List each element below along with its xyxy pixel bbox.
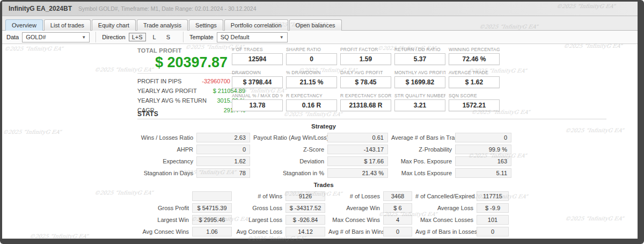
stat-label: Largest Win — [137, 217, 189, 223]
stat-label: Avg # of Bars in Wins — [328, 228, 380, 235]
stat-value: 14.12 — [286, 227, 325, 236]
chevron-down-icon: ▼ — [82, 35, 86, 40]
template-select-value: SQ Default — [221, 34, 250, 40]
stat-label: # of Losses — [328, 193, 380, 199]
stat-value: 4 — [383, 215, 412, 225]
stat-label: Average # of Bars in Trade — [391, 134, 452, 141]
stat-label: Max Lots Exposure — [391, 170, 452, 176]
stat-label: Gross Loss — [235, 205, 282, 211]
stat-label: # of Cancelled/Expired — [415, 193, 473, 199]
stat-label: Deviation — [253, 158, 324, 164]
stat-value — [192, 191, 232, 201]
stat-value: 0.61 — [327, 133, 388, 142]
kpi-str-quality-number: STR QUALITY NUMBER3.21 — [394, 93, 445, 111]
kpi-daily-avg-profit: DAILY AVG PROFIT$ 78.45 — [340, 70, 391, 88]
stat-label: Z-Probability — [391, 146, 452, 153]
tab-portfolio-correlation[interactable]: Portfolio correlation — [224, 19, 288, 31]
stat-value: 0 — [455, 133, 511, 142]
kpi-average-trade: AVERAGE TRADE$ 1.62 — [449, 70, 500, 88]
template-select[interactable]: SQ Default ▼ — [217, 32, 288, 42]
tab-settings[interactable]: Settings — [189, 19, 223, 31]
stat-label: Average Win — [328, 205, 380, 211]
data-label: Data — [6, 34, 19, 40]
stat-label: Average Loss — [415, 205, 473, 211]
stat-label: Max Consec Wins — [328, 217, 380, 223]
stat-value: 1.06 — [192, 227, 232, 236]
strategy-subtitle: Symbol GOLD#, Timeframe: M1, Date Range:… — [78, 5, 257, 12]
kpi-r-expectancy-score: R EXPECTANCY SCORE21318.68 R — [340, 93, 391, 111]
stat-label: # of Wins — [235, 193, 282, 199]
stat-value: $ 54715.39 — [192, 203, 232, 213]
toolbar-divider — [96, 32, 96, 42]
stat-label: Max Consec Losses — [415, 217, 473, 223]
stat-label: Avg Consec Wins — [137, 228, 189, 235]
stat-value: 78 — [196, 168, 250, 178]
stat-value: 163 — [455, 156, 511, 166]
summary-row-label: YEARLY AVG PROFIT — [137, 86, 197, 96]
stat-value: 3468 — [383, 191, 412, 201]
tab-trade-analysis[interactable]: Trade analysis — [137, 19, 188, 31]
kpi-r-expectancy: R EXPECTANCY0.16 R — [286, 93, 337, 111]
stat-label: Wins / Losses Ratio — [137, 134, 193, 141]
trades-section-heading: Trades — [137, 182, 510, 188]
toolbar-divider — [183, 32, 184, 42]
stat-label: Gross Profit — [137, 205, 189, 211]
stat-label: AHPR — [137, 146, 193, 153]
kpi-pct-drawdown: % DRAWDOWN21.15 % — [286, 70, 337, 88]
stat-label: Z-Score — [253, 146, 324, 153]
summary-row-yearly-avg-profit: YEARLY AVG PROFIT $ 211054.89 — [137, 86, 245, 96]
total-profit-value: $ 20397.87 — [137, 54, 245, 71]
stat-value: 21.43 % — [327, 168, 388, 178]
tab-overview[interactable]: Overview — [5, 19, 43, 31]
stat-label: Expectancy — [137, 158, 193, 164]
chevron-down-icon: ▼ — [280, 35, 284, 40]
stat-value: $ -926.84 — [286, 215, 325, 225]
stat-label: Stagnation in % — [253, 170, 324, 176]
tab-list-of-trades[interactable]: List of trades — [44, 19, 91, 31]
trades-section: Trades # of Wins 9126 # of Losses 3468 #… — [137, 182, 510, 236]
stat-value: 5.11 — [455, 168, 511, 178]
summary-row-profit-in-pips: PROFIT IN PIPS -32960700 PIPS — [137, 76, 245, 86]
kpi-drawdown: DRAWDOWN$ 3798.44 — [232, 70, 283, 88]
stat-value: 0 — [477, 227, 509, 236]
title-bar: InfinityG EA_2024BT Symbol GOLD#, Timefr… — [2, 2, 638, 16]
kpi-winning-percentage: WINNING PERCENTAGE72.46 % — [449, 47, 500, 65]
template-label: Template — [189, 34, 214, 40]
stat-label: Avg Consec Loss — [235, 228, 282, 235]
profit-summary: TOTAL PROFIT $ 20397.87 PROFIT IN PIPS -… — [137, 47, 245, 115]
kpi-profit-factor: PROFIT FACTOR1.59 — [340, 47, 391, 65]
stats-divider — [137, 119, 606, 119]
stat-value: 99.9 % — [455, 145, 511, 154]
summary-divider — [137, 73, 245, 74]
total-profit-label: TOTAL PROFIT — [137, 47, 245, 54]
stat-value: 101 — [477, 215, 509, 225]
direction-label: Direction — [102, 34, 125, 40]
direction-long-button[interactable]: L — [150, 33, 159, 41]
direction-long-short-button[interactable]: L+S — [129, 33, 146, 41]
kpi-number-of-trades: # OF TRADES12594 — [232, 47, 283, 65]
stat-value: $ 6 — [383, 203, 412, 213]
summary-row-label: YEARLY AVG % RETURN — [137, 96, 207, 105]
strategy-section: Strategy Wins / Losses Ratio 2.63 Payout… — [137, 123, 510, 178]
kpi-return-dd-ratio: RETURN / DD RATIO5.37 — [394, 47, 445, 65]
stat-value: 9126 — [286, 191, 325, 201]
stat-label: Max Pos. Exposure — [391, 158, 452, 164]
stat-label: Stagnation in Days — [137, 170, 193, 176]
tab-open-balances[interactable]: Open balances — [289, 19, 342, 31]
stat-value: 2.63 — [196, 133, 250, 142]
overview-content: TOTAL PROFIT $ 20397.87 PROFIT IN PIPS -… — [2, 44, 638, 239]
stats-heading: STATS — [137, 110, 158, 118]
direction-short-button[interactable]: S — [163, 33, 173, 41]
stat-value: $ 17.66 — [327, 156, 388, 166]
stat-value: $ -34317.52 — [286, 203, 325, 213]
backtest-report-window: InfinityG EA_2024BT Symbol GOLD#, Timefr… — [2, 2, 638, 239]
stat-value: 0 — [196, 145, 250, 154]
kpi-sharpe-ratio: SHARPE RATIO0 — [286, 47, 337, 65]
stat-label: Payout Ratio (Avg Win/Loss) — [253, 134, 324, 141]
strategy-title: InfinityG EA_2024BT — [9, 5, 72, 12]
data-select[interactable]: GOLD# ▼ — [22, 32, 90, 42]
tab-bar: Overview List of trades Equity chart Tra… — [2, 16, 638, 31]
tab-equity-chart[interactable]: Equity chart — [92, 19, 136, 31]
summary-row-label: PROFIT IN PIPS — [137, 76, 181, 86]
strategy-section-heading: Strategy — [137, 123, 510, 130]
